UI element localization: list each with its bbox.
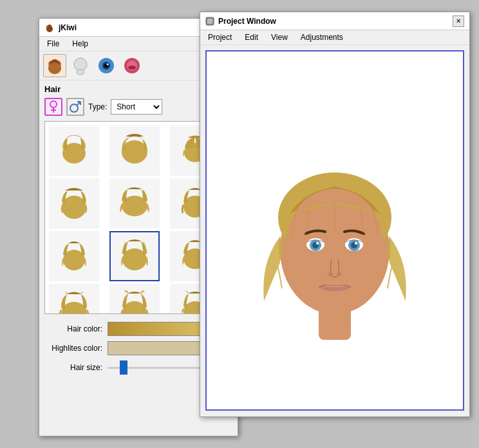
character-svg — [238, 95, 431, 366]
jkiwi-title-text: jKiwi — [59, 23, 77, 32]
hair-preview-4 — [114, 183, 155, 224]
project-window: Project Window ✕ Project Edit View Adjus… — [200, 12, 470, 417]
project-titlebar: Project Window ✕ — [200, 12, 469, 30]
type-label: Type: — [88, 102, 107, 111]
svg-point-12 — [50, 101, 57, 107]
female-icon — [48, 100, 59, 114]
hair-item-10[interactable] — [109, 284, 160, 314]
menu-project[interactable]: Project — [203, 32, 237, 43]
svg-point-46 — [337, 272, 342, 276]
hair-preview-9 — [53, 288, 95, 314]
male-icon — [69, 100, 82, 113]
female-gender-btn[interactable] — [44, 98, 62, 116]
menu-view[interactable]: View — [266, 32, 293, 43]
hair-preview-3 — [53, 183, 95, 224]
project-close-btn[interactable]: ✕ — [453, 15, 464, 27]
project-canvas — [205, 50, 464, 411]
svg-point-8 — [107, 64, 109, 66]
project-title-text: Project Window — [218, 17, 276, 26]
menu-help[interactable]: Help — [67, 38, 93, 50]
svg-rect-32 — [207, 19, 212, 24]
svg-point-2 — [48, 62, 61, 74]
toolbar-head-btn[interactable] — [69, 54, 92, 77]
hair-item-3[interactable] — [49, 178, 99, 229]
toolbar-makeup-btn[interactable] — [120, 54, 144, 77]
svg-point-28 — [61, 302, 87, 314]
hair-item-9[interactable] — [49, 284, 99, 314]
hair-toolbar-icon — [44, 55, 65, 76]
project-menubar: Project Edit View Adjustments — [200, 30, 469, 45]
hair-item-1[interactable] — [109, 126, 160, 176]
svg-point-45 — [328, 272, 333, 276]
character-viewport — [238, 95, 431, 366]
svg-point-20 — [122, 140, 147, 163]
hair-preview-10 — [114, 288, 155, 314]
hair-item-7[interactable] — [109, 231, 160, 281]
male-gender-btn[interactable] — [66, 98, 84, 116]
hair-preview-7 — [114, 236, 155, 277]
svg-point-22 — [62, 196, 86, 219]
makeup-toolbar-icon — [122, 55, 142, 76]
project-window-controls: ✕ — [453, 15, 464, 27]
eyes-toolbar-icon — [96, 55, 117, 76]
svg-point-4 — [77, 70, 84, 75]
head-toolbar-icon — [70, 55, 91, 76]
jkiwi-title-icon — [44, 23, 55, 33]
hair-item-4[interactable] — [109, 178, 160, 229]
hair-preview-6 — [53, 236, 95, 277]
hair-size-label: Hair size: — [44, 363, 102, 372]
hair-preview-0 — [53, 130, 95, 171]
highlite-color-label: Highlites color: — [44, 344, 102, 353]
toolbar-eyes-btn[interactable] — [95, 54, 118, 77]
hair-color-label: Hair color: — [44, 324, 102, 333]
type-select[interactable]: Short Medium Long Curly — [111, 99, 162, 115]
svg-point-3 — [74, 58, 87, 71]
menu-file[interactable]: File — [42, 38, 64, 50]
svg-point-11 — [128, 66, 136, 70]
project-title-icon — [205, 17, 214, 26]
menu-edit[interactable]: Edit — [240, 32, 263, 43]
menu-adjustments[interactable]: Adjustments — [296, 32, 348, 43]
toolbar-hair-btn[interactable] — [43, 54, 66, 77]
svg-point-43 — [316, 242, 319, 245]
svg-point-44 — [355, 242, 357, 245]
project-title: Project Window — [205, 17, 276, 26]
hair-preview-1 — [114, 130, 155, 171]
hair-item-0[interactable] — [49, 126, 99, 176]
hair-item-6[interactable] — [49, 231, 99, 281]
jkiwi-title: jKiwi — [44, 23, 77, 33]
slider-thumb[interactable] — [120, 360, 127, 375]
